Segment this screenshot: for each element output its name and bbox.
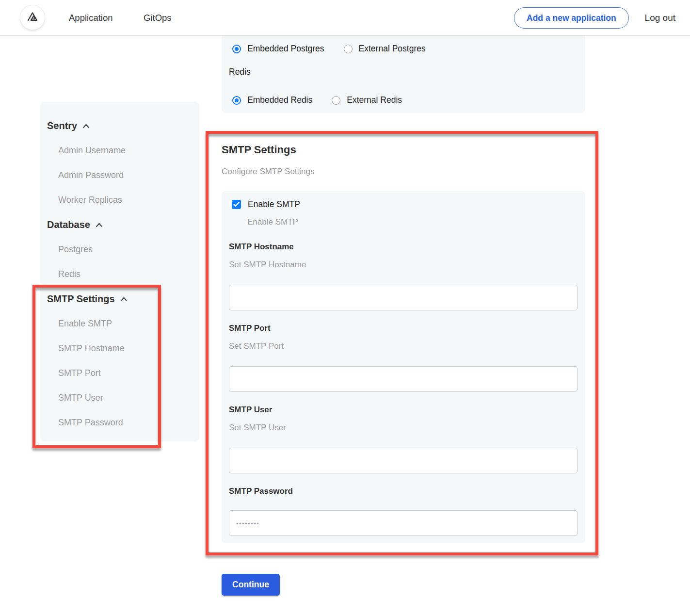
sidebar-item-admin-password[interactable]: Admin Password [40, 163, 199, 188]
radio-selected-icon[interactable] [232, 45, 241, 53]
smtp-hostname-input[interactable] [229, 285, 578, 310]
enable-smtp-checkbox-label: Enable SMTP [248, 199, 300, 210]
radio-label: Embedded Postgres [247, 44, 324, 54]
smtp-port-help: Set SMTP Port [229, 341, 284, 351]
sidebar-item-worker-replicas[interactable]: Worker Replicas [40, 188, 199, 212]
add-new-application-button[interactable]: Add a new application [514, 7, 629, 29]
smtp-password-input[interactable] [229, 510, 578, 536]
radio-option-external-redis[interactable]: External Redis [332, 95, 402, 105]
chevron-up-icon [96, 223, 103, 227]
redis-group-heading: Redis [229, 67, 251, 77]
sidebar-group-database[interactable]: Database [40, 212, 199, 237]
chevron-up-icon [82, 124, 90, 129]
smtp-port-label: SMTP Port [229, 324, 271, 333]
smtp-user-input[interactable] [229, 448, 578, 473]
continue-button[interactable]: Continue [222, 574, 280, 596]
app-logo [20, 5, 45, 30]
smtp-settings-panel: Enable SMTP Enable SMTP SMTP Hostname Se… [222, 191, 585, 543]
radio-unselected-icon[interactable] [344, 45, 353, 53]
sidebar-item-postgres[interactable]: Postgres [40, 237, 199, 262]
enable-smtp-checkbox-row[interactable]: Enable SMTP [232, 199, 300, 210]
sidebar-item-smtp-password[interactable]: SMTP Password [40, 410, 199, 435]
radio-selected-icon[interactable] [232, 96, 241, 105]
enable-smtp-helper-text: Enable SMTP [247, 217, 298, 227]
smtp-password-label: SMTP Password [229, 486, 293, 496]
radio-option-embedded-redis[interactable]: Embedded Redis [232, 95, 312, 105]
radio-option-external-postgres[interactable]: External Postgres [344, 44, 426, 54]
config-nav-sidebar: Sentry Admin Username Admin Password Wor… [40, 102, 199, 441]
logout-button[interactable]: Log out [645, 0, 675, 36]
redis-radio-group: Embedded Redis External Redis [232, 95, 402, 105]
radio-label: External Redis [347, 95, 402, 105]
sidebar-item-smtp-hostname[interactable]: SMTP Hostname [40, 336, 199, 361]
sidebar-group-label: Sentry [47, 120, 77, 131]
smtp-port-input[interactable] [229, 366, 578, 392]
sentry-logo-icon [25, 9, 40, 26]
nav-item-application[interactable]: Application [69, 0, 113, 36]
sidebar-group-smtp-settings[interactable]: SMTP Settings [40, 287, 199, 311]
sidebar-item-admin-username[interactable]: Admin Username [40, 138, 199, 163]
kots-config-page: Application GitOps Add a new application… [0, 0, 690, 616]
sidebar-item-redis[interactable]: Redis [40, 262, 199, 287]
sidebar-group-sentry[interactable]: Sentry [40, 113, 199, 138]
radio-option-embedded-postgres[interactable]: Embedded Postgres [232, 44, 324, 54]
nav-item-gitops[interactable]: GitOps [144, 0, 172, 36]
radio-label: External Postgres [359, 44, 426, 54]
radio-label: Embedded Redis [247, 95, 312, 105]
database-config-panel: Embedded Postgres External Postgres Redi… [222, 36, 585, 113]
sidebar-group-label: SMTP Settings [47, 293, 115, 305]
radio-unselected-icon[interactable] [332, 96, 340, 105]
smtp-section-subtitle: Configure SMTP Settings [222, 167, 315, 177]
chevron-up-icon [120, 297, 128, 302]
sidebar-item-smtp-port[interactable]: SMTP Port [40, 361, 199, 386]
smtp-hostname-help: Set SMTP Hostname [229, 260, 306, 270]
checkbox-checked-icon[interactable] [232, 200, 241, 209]
smtp-user-label: SMTP User [229, 405, 272, 415]
top-navbar: Application GitOps Add a new application… [0, 0, 690, 36]
smtp-user-help: Set SMTP User [229, 423, 286, 433]
smtp-hostname-label: SMTP Hostname [229, 242, 294, 252]
smtp-section-title: SMTP Settings [222, 144, 296, 156]
sidebar-group-label: Database [47, 219, 90, 230]
sidebar-item-smtp-user[interactable]: SMTP User [40, 386, 199, 410]
sidebar-item-enable-smtp[interactable]: Enable SMTP [40, 311, 199, 336]
postgres-radio-group: Embedded Postgres External Postgres [232, 44, 426, 54]
